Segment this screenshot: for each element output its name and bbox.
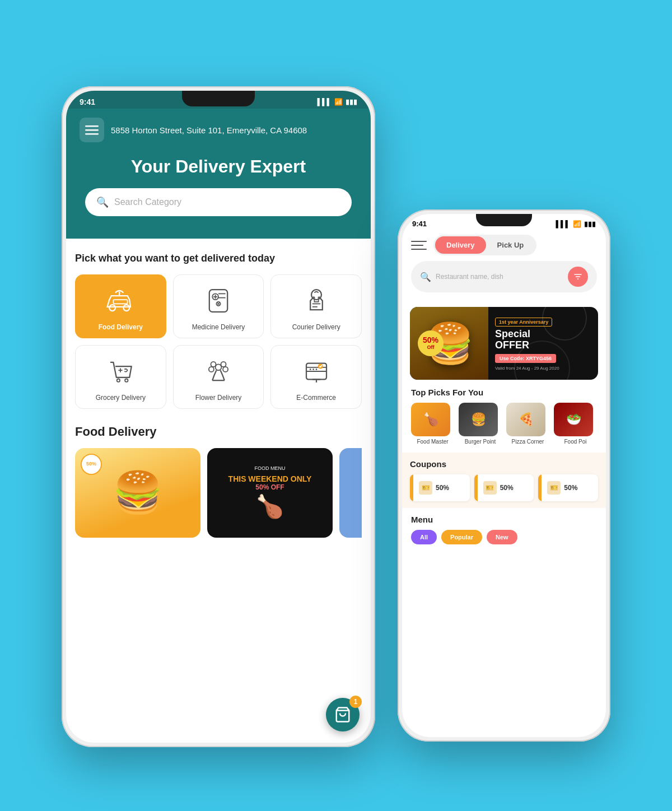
coupon-3[interactable]: 🎫 50%: [538, 474, 598, 501]
signal-icon: ▌▌▌: [317, 98, 332, 106]
svg-rect-5: [114, 300, 128, 304]
category-food-delivery[interactable]: Food Delivery: [75, 274, 166, 338]
ecommerce-icon-wrap: [300, 355, 333, 388]
coupon-percent-2: 50%: [500, 484, 514, 492]
pick-label-food-poi: Food Poi: [554, 439, 597, 445]
filter-button[interactable]: [568, 267, 588, 287]
cart-button[interactable]: 1: [326, 698, 360, 731]
pick-item-food-poi[interactable]: 🥗 Food Poi: [554, 403, 597, 445]
svg-point-4: [124, 305, 130, 311]
categories-grid: Food Delivery: [75, 274, 362, 409]
pickup-toggle-btn[interactable]: Pick Up: [486, 236, 535, 254]
svg-point-15: [209, 367, 214, 372]
svg-point-10: [117, 379, 120, 381]
category-medicine-delivery[interactable]: Medicine Delivery: [173, 274, 264, 338]
hero-title: Your Delivery Expert: [80, 156, 357, 177]
pick-img-food-poi: 🥗: [554, 403, 593, 436]
flower-delivery-label: Flower Delivery: [195, 394, 242, 402]
coupon-percent-3: 50%: [564, 484, 577, 492]
courier-delivery-label: Courier Delivery: [292, 323, 340, 331]
banner-burger-area: 🍔 50% Off: [410, 307, 488, 380]
promo-banner: 🍔 50% Off 1st year Anniversary Special O…: [410, 307, 598, 380]
phone2-search-bar[interactable]: 🔍 Restaurant name, dish: [411, 261, 597, 292]
food-delivery-icon-wrap: [104, 284, 137, 318]
category-ecommerce[interactable]: E-Commerce: [270, 345, 362, 409]
coupon-strip-3: [538, 474, 542, 501]
svg-point-16: [223, 367, 228, 372]
phone2-search-input[interactable]: Restaurant name, dish: [436, 273, 561, 281]
phone1-inner: 9:41 ▌▌▌ 📶 ▮▮▮ 58: [66, 91, 371, 743]
courier-delivery-icon: [301, 286, 332, 316]
search-placeholder-text: Search Category: [114, 197, 181, 207]
flower-icon-wrap: [202, 355, 235, 388]
svg-point-3: [110, 305, 116, 311]
top-picks-section: Top Picks For You 🍗 Food Master 🍔 Burger…: [402, 388, 606, 453]
chicken-emoji: 🍗: [256, 493, 284, 520]
menu-section: Menu All Popular New: [402, 508, 606, 551]
delivery-toggle-btn[interactable]: Delivery: [435, 236, 486, 254]
pick-img-pizza-corner: 🍕: [506, 403, 545, 436]
pick-label-burger-point: Burger Point: [459, 439, 502, 445]
phone2-search-icon: 🔍: [420, 272, 431, 282]
coupon-strip-1: [410, 474, 413, 501]
cart-badge-count: 1: [349, 696, 362, 708]
coupon-1[interactable]: 🎫 50%: [410, 474, 470, 501]
delivery-toggle-bar: Delivery Pick Up: [411, 235, 597, 255]
phone2-battery-icon: ▮▮▮: [584, 220, 596, 228]
svg-point-14: [221, 362, 226, 367]
pick-item-burger-point[interactable]: 🍔 Burger Point: [459, 403, 502, 445]
svg-point-13: [211, 362, 216, 367]
menu-tags: All Popular New: [411, 530, 597, 544]
menu-icon-box[interactable]: [80, 118, 104, 142]
phone2-wifi-icon: 📶: [573, 220, 581, 228]
coupon-strip-2: [474, 474, 478, 501]
food-menu-title: THIS WEEKEND ONLY: [228, 474, 312, 483]
menu-title: Menu: [411, 515, 597, 524]
ecommerce-delivery-icon: [301, 356, 332, 386]
category-grocery-delivery[interactable]: Grocery Delivery: [75, 345, 166, 409]
phone2-status-icons: ▌▌▌ 📶 ▮▮▮: [556, 220, 596, 228]
svg-rect-2: [85, 133, 99, 135]
ecommerce-label: E-Commerce: [296, 394, 336, 402]
svg-rect-6: [209, 290, 227, 312]
pick-item-food-master[interactable]: 🍗 Food Master: [411, 403, 454, 445]
food-card-menu: FOOD MENU THIS WEEKEND ONLY 50% OFF 🍗: [207, 448, 333, 538]
coupon-2[interactable]: 🎫 50%: [474, 474, 534, 501]
medicine-delivery-icon: [203, 286, 234, 316]
menu-tag-all[interactable]: All: [411, 530, 437, 544]
category-flower-delivery[interactable]: Flower Delivery: [173, 345, 264, 409]
phone-2: 9:41 ▌▌▌ 📶 ▮▮▮ Delivery: [398, 209, 610, 742]
pick-item-pizza-corner[interactable]: 🍕 Pizza Corner: [506, 403, 549, 445]
coupon-percent-1: 50%: [436, 484, 449, 492]
pick-label-food-master: Food Master: [411, 439, 454, 445]
phone2-hamburger-icon[interactable]: [411, 237, 427, 253]
filter-icon: [573, 272, 582, 281]
svg-point-12: [216, 364, 222, 370]
hamburger-icon: [85, 123, 99, 137]
phone1-search-bar[interactable]: 🔍 Search Category: [85, 188, 352, 216]
menu-tag-popular[interactable]: Popular: [441, 530, 482, 544]
top-picks-title: Top Picks For You: [411, 388, 597, 397]
phone-1: 9:41 ▌▌▌ 📶 ▮▮▮ 58: [62, 86, 375, 747]
coupons-title: Coupons: [410, 459, 598, 469]
address-bar: 5858 Horton Street, Suite 101, Emeryvill…: [80, 118, 357, 142]
battery-icon: ▮▮▮: [346, 98, 357, 106]
phone2-notch: [476, 214, 532, 226]
svg-rect-1: [85, 129, 99, 131]
phone1-notch: [182, 91, 255, 106]
phones-container: 9:41 ▌▌▌ 📶 ▮▮▮ 58: [62, 41, 610, 770]
pick-label-pizza-corner: Pizza Corner: [506, 439, 549, 445]
food-card-burger: 50% 🍔: [75, 448, 200, 538]
grocery-icon-wrap: [104, 355, 137, 388]
address-text: 5858 Horton Street, Suite 101, Emeryvill…: [111, 124, 307, 136]
search-icon: 🔍: [96, 196, 109, 208]
svg-point-11: [125, 379, 128, 381]
category-courier-delivery[interactable]: Courier Delivery: [270, 274, 362, 338]
coupon-icon-1: 🎫: [419, 481, 432, 495]
grocery-delivery-icon: [105, 356, 136, 386]
fifty-percent-badge: 50% Off: [418, 330, 444, 356]
phone1-status-icons: ▌▌▌ 📶 ▮▮▮: [317, 98, 357, 106]
menu-tag-new[interactable]: New: [487, 530, 517, 544]
cart-icon: [334, 706, 351, 723]
coupons-row: 🎫 50% 🎫 50% 🎫 50%: [410, 474, 598, 501]
